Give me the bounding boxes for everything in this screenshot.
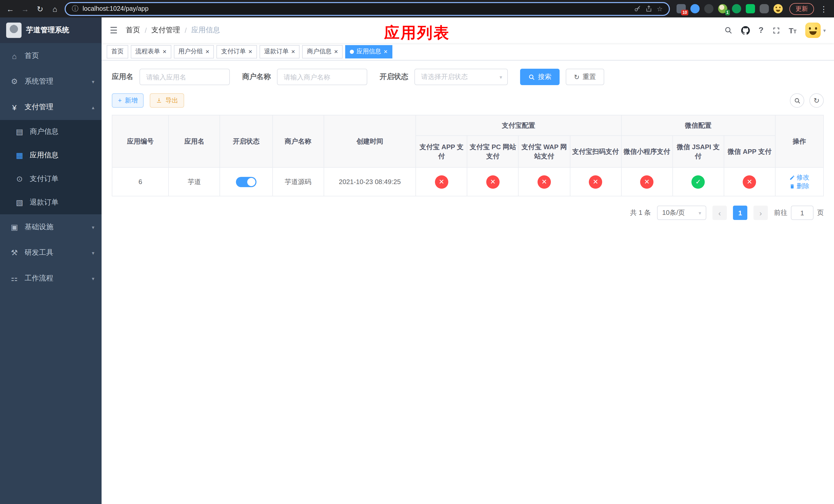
tab-close-icon[interactable]: × <box>334 48 338 55</box>
browser-home-icon[interactable]: ⌂ <box>50 5 60 13</box>
bookmark-star-icon[interactable]: ☆ <box>657 5 663 13</box>
fullscreen-icon[interactable] <box>772 26 780 34</box>
tab-close-icon[interactable]: × <box>384 48 388 55</box>
tab-close-icon[interactable]: × <box>205 48 209 55</box>
font-size-icon[interactable]: TT <box>789 26 796 35</box>
user-avatar[interactable]: ▾ <box>805 23 826 38</box>
profile-avatar-icon[interactable] <box>773 4 783 13</box>
sidebar-item-merchant-info[interactable]: ▤ 商户信息 <box>0 120 102 143</box>
url-text[interactable]: localhost:1024/pay/app <box>83 5 630 12</box>
merchant-name-input[interactable] <box>277 69 367 85</box>
page-title-annotation: 应用列表 <box>384 23 450 44</box>
extension-icon[interactable]: 10 <box>677 4 686 13</box>
tab-process-form[interactable]: 流程表单 × <box>131 45 171 58</box>
cell-app-id: 6 <box>112 167 169 196</box>
tab-home[interactable]: 首页 <box>107 45 128 58</box>
goto-page-input[interactable] <box>791 206 813 220</box>
tab-close-icon[interactable]: × <box>291 48 295 55</box>
extension-icon[interactable] <box>704 4 714 13</box>
extension-icon[interactable]: 1 <box>718 4 727 13</box>
breadcrumb-home[interactable]: 首页 <box>126 26 140 35</box>
sidebar-item-app-info[interactable]: ▦ 应用信息 <box>0 143 102 167</box>
sidebar-item-label: 应用信息 <box>30 151 59 160</box>
browser-forward-icon[interactable]: → <box>20 5 30 13</box>
status-select[interactable]: 请选择开启状态 ▾ <box>414 69 508 85</box>
status-toggle[interactable] <box>236 177 257 187</box>
sidebar-logo[interactable]: 芋道管理系统 <box>0 18 102 43</box>
browser-back-icon[interactable]: ← <box>5 5 15 13</box>
help-icon[interactable]: ? <box>759 26 764 35</box>
col-merchant: 商户名称 <box>272 115 324 167</box>
password-key-icon[interactable] <box>634 5 641 12</box>
cell-app-name: 芋道 <box>169 167 220 196</box>
navbar-tools: ? TT ▾ <box>724 23 826 38</box>
yen-icon: ¥ <box>10 103 19 112</box>
extension-icon[interactable] <box>690 4 700 13</box>
tab-refund-orders[interactable]: 退款订单 × <box>260 45 300 58</box>
tab-close-icon[interactable]: × <box>162 48 167 55</box>
col-created: 创建时间 <box>324 115 416 167</box>
prev-page-button[interactable]: ‹ <box>712 206 727 220</box>
chrome-update-button[interactable]: 更新 <box>789 3 814 15</box>
sidebar-item-pay-orders[interactable]: ⊙ 支付订单 <box>0 167 102 191</box>
current-page-button[interactable]: 1 <box>733 206 747 220</box>
export-button[interactable]: 导出 <box>150 93 184 108</box>
gear-icon: ⚙ <box>10 77 19 86</box>
sidebar-item-system[interactable]: ⚙ 系统管理 ▾ <box>0 69 102 94</box>
wx-app-status-icon: ✕ <box>743 175 756 188</box>
tab-close-icon[interactable]: × <box>248 48 252 55</box>
browser-menu-icon[interactable]: ⋮ <box>819 5 829 13</box>
address-bar[interactable]: ⓘ localhost:1024/pay/app ☆ <box>65 2 670 16</box>
browser-reload-icon[interactable]: ↻ <box>35 5 45 13</box>
goto-suffix: 页 <box>817 208 824 217</box>
extension-badge: 1 <box>725 10 730 15</box>
tab-merchant-info[interactable]: 商户信息 × <box>302 45 343 58</box>
github-icon[interactable] <box>741 26 750 35</box>
breadcrumb-current: 应用信息 <box>191 26 220 35</box>
toggle-search-button[interactable] <box>790 93 804 108</box>
add-button[interactable]: + 新增 <box>112 93 144 108</box>
sidebar-item-workflow[interactable]: ⚏ 工作流程 ▾ <box>0 266 102 291</box>
tab-pay-orders[interactable]: 支付订单 × <box>216 45 257 58</box>
sidebar-item-payment[interactable]: ¥ 支付管理 ▴ <box>0 94 102 120</box>
reset-button[interactable]: ↻ 重置 <box>566 69 604 85</box>
delete-link[interactable]: 删除 <box>789 182 809 190</box>
screen: ← → ↻ ⌂ ⓘ localhost:1024/pay/app ☆ 10 <box>0 0 834 504</box>
payment-submenu: ▤ 商户信息 ▦ 应用信息 ⊙ 支付订单 ▧ 退款订单 <box>0 120 102 214</box>
breadcrumb: 首页 / 支付管理 / 应用信息 <box>126 26 220 35</box>
edit-link[interactable]: 修改 <box>789 173 809 182</box>
chevron-down-icon: ▾ <box>92 224 94 230</box>
search-button[interactable]: 搜索 <box>520 69 559 85</box>
sidebar-toggle-icon[interactable]: ☰ <box>110 25 118 36</box>
col-alipay-qr: 支付宝扫码支付 <box>570 136 621 167</box>
tab-app-info[interactable]: 应用信息 × <box>345 45 392 58</box>
next-page-button[interactable]: › <box>753 206 768 220</box>
search-icon[interactable] <box>724 26 732 35</box>
col-wx-mini: 微信小程序支付 <box>621 136 673 167</box>
share-icon[interactable] <box>645 5 653 12</box>
page-size-select[interactable]: 10条/页 ▾ <box>657 206 706 220</box>
sidebar-item-infrastructure[interactable]: ▣ 基础设施 ▾ <box>0 214 102 240</box>
tools-icon: ⚒ <box>10 248 19 257</box>
group-alipay-config: 支付宝配置 <box>416 115 621 136</box>
sidebar-item-home[interactable]: ⌂ 首页 <box>0 43 102 69</box>
sidebar-item-refund-orders[interactable]: ▧ 退款订单 <box>0 191 102 214</box>
extension-icon[interactable] <box>746 4 755 13</box>
main-area: ☰ 首页 / 支付管理 / 应用信息 <box>102 18 834 504</box>
table-tools: ↻ <box>790 93 824 108</box>
logo-title: 芋道管理系统 <box>26 26 69 35</box>
extension-icon[interactable] <box>732 4 741 13</box>
col-app-id: 应用编号 <box>112 115 169 167</box>
merchant-name-label: 商户名称 <box>242 72 271 82</box>
table-row: 6 芋道 芋道源码 2021-10-23 08:49:25 ✕ ✕ ✕ ✕ ✕ … <box>112 167 824 196</box>
site-info-icon[interactable]: ⓘ <box>72 4 79 13</box>
pencil-icon <box>789 175 795 180</box>
col-status: 开启状态 <box>220 115 272 167</box>
alipay-qr-status-icon: ✕ <box>589 175 602 188</box>
extensions-puzzle-icon[interactable] <box>760 4 769 13</box>
sidebar-item-dev-tools[interactable]: ⚒ 研发工具 ▾ <box>0 240 102 266</box>
refresh-table-button[interactable]: ↻ <box>809 93 824 108</box>
app-name-input[interactable] <box>139 69 230 85</box>
select-arrow-icon: ▾ <box>500 74 502 80</box>
tab-user-group[interactable]: 用户分组 × <box>174 45 214 58</box>
